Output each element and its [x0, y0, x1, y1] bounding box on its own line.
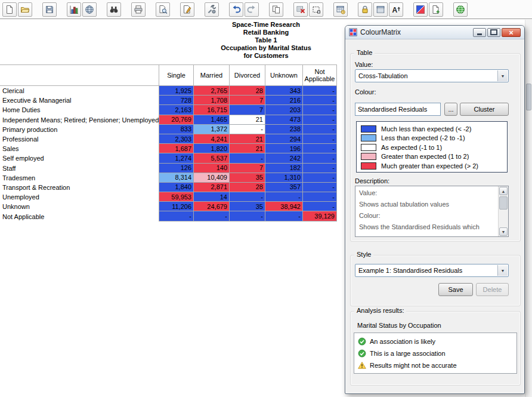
table-cell[interactable]: 5,537 [194, 153, 230, 163]
table-cell[interactable]: - [303, 105, 337, 115]
table-cell[interactable]: 1,372 [194, 125, 230, 134]
font-size-button[interactable]: A [389, 2, 403, 17]
table-cell[interactable]: 4,241 [194, 134, 230, 144]
table-cell[interactable]: 1,687 [159, 144, 194, 153]
table-cell[interactable]: - [230, 192, 265, 202]
row-label[interactable]: Unknown [0, 202, 159, 211]
table-cell[interactable]: 59,953 [159, 192, 194, 202]
table-cell[interactable]: 14 [194, 192, 230, 202]
table-cell[interactable]: - [194, 211, 230, 221]
table-cell[interactable]: - [303, 115, 337, 125]
print-preview-button[interactable] [156, 2, 170, 17]
row-label[interactable]: Self employed [0, 153, 159, 163]
table-cell[interactable]: 833 [159, 125, 194, 134]
value-dropdown[interactable]: Cross-Tabulation [355, 69, 509, 82]
row-label[interactable]: Clerical [0, 86, 159, 96]
table-cell[interactable]: 16,715 [194, 105, 230, 115]
table-cell[interactable]: - [303, 96, 337, 105]
row-label[interactable]: Transport & Recreation [0, 183, 159, 192]
style-dropdown[interactable]: Example 1: Standardised Residuals [355, 264, 509, 277]
table-cell[interactable]: - [230, 153, 265, 163]
column-header[interactable]: Not Applicable [303, 64, 337, 86]
globe-button[interactable] [82, 2, 97, 17]
web-button[interactable] [453, 2, 468, 17]
row-label[interactable]: Unemployed [0, 192, 159, 202]
column-header[interactable]: Divorced [230, 64, 265, 86]
table-cell[interactable]: 2,765 [194, 86, 230, 96]
table-cell[interactable]: - [159, 211, 194, 221]
maximize-button[interactable] [487, 28, 500, 37]
print-button[interactable] [131, 2, 146, 17]
table-cell[interactable]: 196 [265, 144, 303, 153]
table-cell[interactable]: 7 [230, 164, 265, 173]
undo-button[interactable] [229, 2, 243, 17]
table-cell[interactable]: 1,465 [194, 115, 230, 125]
scroll-up-icon[interactable] [499, 187, 508, 195]
table-cell[interactable]: 238 [265, 125, 303, 134]
table-cell[interactable]: 1,310 [265, 173, 303, 183]
colour-input[interactable] [355, 103, 441, 116]
table-cell[interactable]: 7 [230, 105, 265, 115]
column-header[interactable]: Unknown [265, 64, 303, 86]
table-cell[interactable]: 39,129 [303, 211, 337, 221]
table-cell[interactable]: 2,303 [159, 134, 194, 144]
save-button[interactable]: Save [438, 283, 473, 296]
table-cell[interactable]: - [303, 183, 337, 192]
row-label[interactable]: Primary production [0, 125, 159, 134]
row-label[interactable]: Home Duties [0, 105, 159, 115]
redo-button[interactable] [245, 2, 259, 17]
row-label[interactable]: Independent Means; Retired; Pensioner; U… [0, 115, 159, 125]
chevron-down-icon[interactable] [497, 265, 508, 276]
row-label[interactable]: Not Applicable [0, 211, 159, 221]
table-cell[interactable]: 242 [265, 153, 303, 163]
table-cell[interactable]: - [303, 144, 337, 153]
table-cell[interactable]: 203 [265, 105, 303, 115]
tools-button[interactable] [205, 2, 219, 17]
table-cell[interactable]: - [265, 211, 303, 221]
table-cell[interactable]: 21 [230, 115, 265, 125]
open-folder-button[interactable] [18, 2, 32, 17]
table-cell[interactable]: 28 [230, 183, 265, 192]
table-cell[interactable]: 126 [159, 164, 194, 173]
table-cell[interactable]: 294 [265, 134, 303, 144]
row-label[interactable]: Tradesmen [0, 173, 159, 183]
description-scrollbar[interactable] [498, 186, 508, 236]
table-cell[interactable]: 2,163 [159, 105, 194, 115]
bar-chart-button[interactable] [67, 2, 81, 17]
add-page-button[interactable] [429, 2, 443, 17]
edit-page-button[interactable] [180, 2, 194, 17]
table-cell[interactable]: 38,942 [265, 202, 303, 211]
table-cell[interactable]: 1,925 [159, 86, 194, 96]
chevron-down-icon[interactable] [497, 70, 508, 81]
close-button[interactable] [502, 28, 521, 37]
table-cell[interactable]: - [303, 153, 337, 163]
table-cell[interactable]: 8,314 [159, 173, 194, 183]
lock-button[interactable] [358, 2, 372, 17]
table-cell[interactable]: 10,409 [194, 173, 230, 183]
main-vertical-scrollbar[interactable] [525, 20, 532, 397]
table-cell[interactable]: 216 [265, 96, 303, 105]
table-cell[interactable]: - [230, 125, 265, 134]
scroll-down-icon[interactable] [499, 227, 508, 236]
table-cell[interactable]: - [303, 134, 337, 144]
table-cell[interactable]: 1,274 [159, 153, 194, 163]
minimize-button[interactable] [473, 28, 486, 37]
delete-table-button[interactable] [293, 2, 308, 17]
table-cell[interactable]: - [303, 164, 337, 173]
new-document-button[interactable] [2, 2, 17, 17]
table-cell[interactable]: 21 [230, 134, 265, 144]
table-cell[interactable]: 2,871 [194, 183, 230, 192]
table-cell[interactable]: - [303, 202, 337, 211]
scrollbar-thumb[interactable] [499, 196, 508, 210]
column-header[interactable]: Married [194, 64, 230, 86]
table-cell[interactable]: - [230, 211, 265, 221]
table-cell[interactable]: - [303, 192, 337, 202]
table-cell[interactable]: - [265, 192, 303, 202]
table-cell[interactable]: 182 [265, 164, 303, 173]
find-binoculars-button[interactable] [107, 2, 121, 17]
table-cell[interactable]: 20,769 [159, 115, 194, 125]
table-cell[interactable]: 35 [230, 173, 265, 183]
table-cell[interactable]: - [303, 86, 337, 96]
table-cell[interactable]: 1,820 [194, 144, 230, 153]
table-cell[interactable]: 1,840 [159, 183, 194, 192]
